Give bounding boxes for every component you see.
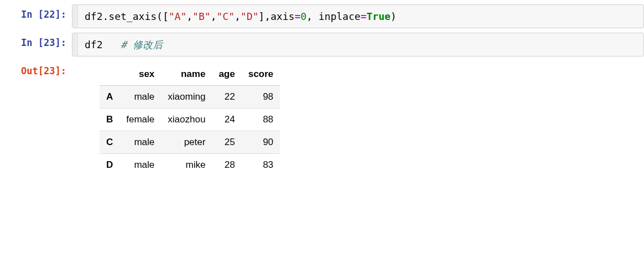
code-token: axis	[271, 11, 294, 22]
code-token: =	[294, 11, 300, 22]
code-token: "B"	[193, 11, 211, 22]
code-token: set_axis	[108, 11, 157, 22]
code-token: [	[163, 11, 169, 22]
code-cell: In [22]: df2.set_axis(["A","B","C","D"],…	[0, 4, 644, 28]
code-token: ,	[211, 11, 217, 22]
table-cell: female	[120, 109, 161, 131]
code-token: df2	[85, 39, 103, 50]
code-token: .	[103, 11, 109, 22]
table-cell: xiaozhou	[161, 109, 212, 131]
table-cell: male	[120, 86, 161, 109]
table-cell: 28	[212, 154, 241, 177]
table-corner	[100, 63, 120, 86]
row-index: B	[100, 109, 120, 131]
table-cell: xiaoming	[161, 86, 212, 109]
output-area: sex name age score A male xiaoming 22 98…	[72, 61, 644, 178]
code-token: ]	[258, 11, 264, 22]
table-row: D male mike 28 83	[100, 154, 280, 177]
code-token: ,	[186, 11, 193, 22]
code-token: df2	[85, 11, 103, 22]
code-gutter	[72, 33, 78, 56]
table-cell: 90	[242, 131, 280, 154]
table-cell: male	[120, 131, 161, 154]
code-gutter	[72, 5, 78, 28]
code-token: "C"	[216, 11, 235, 22]
code-token: # 修改后	[121, 39, 163, 50]
code-token: (	[157, 11, 163, 22]
column-header: score	[242, 63, 280, 86]
table-header-row: sex name age score	[100, 63, 280, 86]
code-token: ,	[235, 11, 241, 22]
table-cell: mike	[161, 154, 212, 177]
table-row: B female xiaozhou 24 88	[100, 109, 280, 131]
code-cell: In [23]: df2 # 修改后	[0, 33, 644, 56]
table-row: C male peter 25 90	[100, 131, 280, 154]
row-index: D	[100, 154, 120, 177]
table-cell: 83	[242, 154, 280, 177]
code-content[interactable]: df2.set_axis(["A","B","C","D"],axis=0, i…	[78, 5, 643, 28]
input-prompt: In [22]:	[0, 4, 72, 20]
output-cell: Out[23]: sex name age score A male xiaom…	[0, 61, 644, 178]
code-content[interactable]: df2 # 修改后	[78, 33, 643, 56]
column-header: name	[161, 63, 212, 86]
code-input-area[interactable]: df2.set_axis(["A","B","C","D"],axis=0, i…	[72, 4, 644, 28]
code-token: 0	[300, 11, 307, 22]
code-token: =	[361, 11, 367, 22]
code-token: "A"	[169, 11, 187, 22]
code-token: ,	[307, 11, 319, 22]
code-token: inplace	[319, 11, 361, 22]
table-cell: peter	[161, 131, 212, 154]
table-cell: 98	[242, 86, 280, 109]
output-prompt: Out[23]:	[0, 61, 72, 76]
code-token: )	[391, 11, 397, 22]
row-index: A	[100, 86, 120, 109]
table-cell: 25	[212, 131, 241, 154]
input-prompt: In [23]:	[0, 33, 72, 48]
table-cell: 22	[212, 86, 241, 109]
column-header: age	[212, 63, 241, 86]
table-cell: 88	[242, 109, 280, 131]
code-input-area[interactable]: df2 # 修改后	[72, 33, 644, 56]
row-index: C	[100, 131, 120, 154]
column-header: sex	[120, 63, 161, 86]
code-token: ,	[264, 11, 271, 22]
table-cell: male	[120, 154, 161, 177]
code-token	[103, 39, 121, 50]
code-token: "D"	[241, 11, 259, 22]
table-row: A male xiaoming 22 98	[100, 86, 280, 109]
dataframe-table: sex name age score A male xiaoming 22 98…	[100, 63, 280, 176]
table-cell: 24	[212, 109, 241, 131]
code-token: True	[366, 11, 390, 22]
